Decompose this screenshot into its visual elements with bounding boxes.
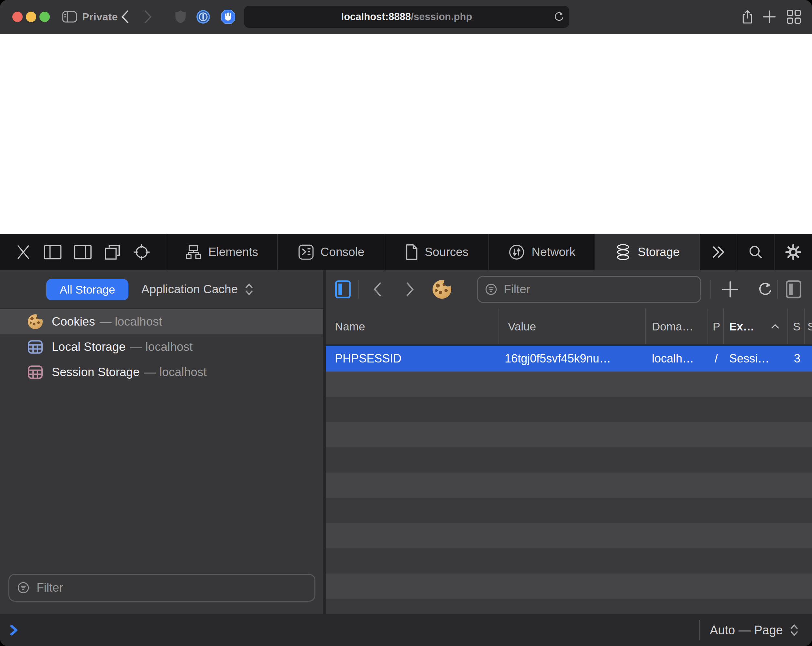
cell-value: 16tgj0f5svf45k9nu…	[499, 352, 646, 365]
application-cache-dropdown[interactable]: Application Cache	[141, 270, 253, 308]
table-header-row: Name Value Doma… P Ex… S S	[326, 308, 812, 346]
private-label: Private	[82, 11, 118, 23]
share-icon[interactable]	[738, 0, 756, 34]
web-page-viewport	[0, 34, 812, 234]
reload-icon[interactable]	[553, 11, 565, 23]
cell-path: /	[708, 352, 724, 365]
toolbar-separator	[710, 280, 711, 299]
sidebar-item-cookies[interactable]: Cookies — localhost	[0, 309, 323, 334]
quick-console-icon[interactable]	[8, 623, 20, 637]
storage-sidebar-header: All Storage Application Cache	[0, 270, 323, 309]
cell-name: PHPSESSID	[326, 352, 499, 365]
column-header-expires[interactable]: Ex…	[724, 308, 788, 344]
password-extension-icon[interactable]	[194, 0, 212, 34]
element-picker-icon[interactable]	[133, 243, 150, 261]
filter-icon	[484, 283, 498, 296]
sidebar-filter-input[interactable]: Filter	[8, 574, 315, 602]
tab-label: Console	[321, 245, 365, 259]
close-window-button[interactable]	[12, 12, 23, 22]
new-tab-icon[interactable]	[760, 0, 778, 34]
tab-label: Sources	[425, 245, 469, 259]
url-path: /session.php	[411, 11, 472, 23]
empty-table-rows	[326, 372, 812, 614]
dock-side-icon[interactable]	[44, 244, 62, 260]
devtools-controls	[0, 234, 166, 270]
details-sidebar-toggle-icon[interactable]	[785, 270, 802, 308]
content-blocker-hand-icon[interactable]	[219, 0, 237, 34]
table-filter-input[interactable]: Filter	[477, 276, 701, 303]
browser-toolbar: Private	[0, 0, 812, 34]
cell-expires: Sessi…	[724, 352, 788, 365]
more-tabs-button[interactable]	[700, 234, 737, 270]
zoom-window-button[interactable]	[40, 12, 50, 22]
cookies-scope-icon[interactable]	[432, 270, 451, 308]
url-host: localhost:8888	[341, 11, 411, 23]
tab-label: Network	[531, 245, 575, 259]
add-cookie-icon[interactable]	[721, 270, 739, 308]
sort-ascending-icon	[771, 324, 780, 329]
column-header-value[interactable]: Value	[499, 308, 646, 344]
filter-icon	[17, 581, 30, 594]
private-browsing-badge[interactable]: Private	[62, 0, 118, 34]
tab-elements[interactable]: Elements	[166, 234, 278, 270]
session-storage-icon	[27, 364, 43, 380]
minimize-window-button[interactable]	[26, 12, 36, 22]
settings-gear-icon[interactable]	[774, 234, 812, 270]
forward-button[interactable]	[140, 0, 157, 34]
dock-bottom-icon[interactable]	[74, 244, 92, 260]
toolbar-separator	[777, 280, 778, 299]
column-header-name[interactable]: Name	[326, 308, 499, 344]
sidebar-item-local-storage[interactable]: Local Storage — localhost	[0, 334, 323, 360]
cookies-toolbar: Filter	[326, 270, 812, 308]
tab-sources[interactable]: Sources	[385, 234, 489, 270]
tab-overview-icon[interactable]	[784, 0, 804, 34]
cookies-panel: Filter	[326, 270, 812, 614]
sidebar-toggle-icon	[62, 11, 77, 23]
devtools-tab-bar: Elements Console Sources Network Storage	[0, 234, 812, 270]
safari-window: Private	[0, 0, 812, 646]
search-icon[interactable]	[737, 234, 774, 270]
column-header-path[interactable]: P	[708, 308, 724, 344]
all-storage-button[interactable]: All Storage	[46, 279, 128, 300]
history-back-icon[interactable]	[372, 270, 383, 308]
devtools-status-bar: Auto — Page	[0, 614, 812, 646]
toolbar-separator	[358, 280, 359, 299]
tab-storage[interactable]: Storage	[595, 234, 700, 270]
address-bar[interactable]: localhost:8888/session.php	[244, 6, 569, 28]
panel-splitter[interactable]	[323, 270, 326, 614]
statusbar-separator	[699, 620, 700, 640]
inspect-target-selector[interactable]: Auto — Page	[699, 620, 812, 640]
tab-console[interactable]: Console	[278, 234, 385, 270]
sidebar-item-session-storage[interactable]: Session Storage — localhost	[0, 360, 323, 385]
stepper-icon	[790, 624, 798, 637]
local-storage-icon	[27, 339, 43, 355]
close-devtools-icon[interactable]	[15, 244, 31, 260]
column-header-domain[interactable]: Doma…	[646, 308, 708, 344]
history-forward-icon[interactable]	[405, 270, 416, 308]
detach-window-icon[interactable]	[104, 244, 121, 260]
back-button[interactable]	[116, 0, 133, 34]
stepper-icon	[245, 283, 253, 296]
cookie-icon	[27, 314, 43, 330]
navigation-sidebar-toggle-icon[interactable]	[334, 270, 351, 308]
cookie-row-phpsessid[interactable]: PHPSESSID 16tgj0f5svf45k9nu… localh… / S…	[326, 346, 812, 372]
refresh-icon[interactable]	[756, 270, 774, 308]
column-header-secure[interactable]: S	[805, 308, 812, 344]
cell-domain: localh…	[646, 352, 708, 365]
devtools-content: All Storage Application Cache Cookies — …	[0, 270, 812, 614]
cell-size: 3	[788, 352, 805, 365]
tab-label: Elements	[208, 245, 258, 259]
tab-label: Storage	[638, 245, 680, 259]
tab-network[interactable]: Network	[489, 234, 595, 270]
shield-icon[interactable]	[171, 0, 189, 34]
column-header-size[interactable]: S	[788, 308, 805, 344]
storage-sidebar: All Storage Application Cache Cookies — …	[0, 270, 323, 614]
